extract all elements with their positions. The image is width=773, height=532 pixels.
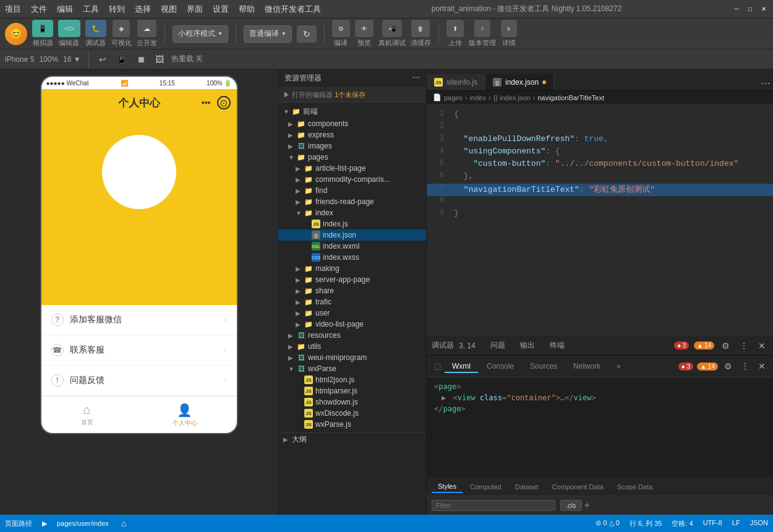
open-editors-label[interactable]: ▶ 打开的编辑器 1个未保存 (283, 91, 365, 98)
real-machine-button[interactable]: 📲 (382, 20, 402, 37)
debugger-button[interactable]: 🐛 (85, 20, 106, 37)
debug-settings-button[interactable]: ⚙ (719, 340, 732, 352)
tree-item-images[interactable]: ▶ 🖼 images (278, 140, 426, 152)
phone-menu-item-feedback[interactable]: ! 问题反馈 › (41, 366, 237, 396)
tab-siteinfo-js[interactable]: JS siteinfo.js (427, 74, 485, 90)
compile-button[interactable]: ⚙ (332, 20, 350, 37)
debugger-back-button[interactable]: ⬚ (432, 361, 443, 372)
tree-item-outline[interactable]: ▶ 大纲 (278, 432, 426, 446)
tree-item-article-list[interactable]: ▶ 📁 article-list-page (278, 163, 426, 174)
menu-item-view[interactable]: 视图 (161, 4, 177, 15)
styles-filter-input[interactable] (432, 500, 555, 511)
clear-cache-button[interactable]: 🗑 (411, 20, 430, 37)
debug-tab-sources[interactable]: Sources (523, 359, 565, 373)
minimize-button[interactable]: ─ (732, 5, 741, 14)
editor-more-button[interactable]: ⋯ (758, 76, 773, 90)
details-button[interactable]: ≡ (501, 20, 517, 37)
cloud-button[interactable]: ☁ (137, 20, 156, 37)
tree-item-making[interactable]: ▶ 📁 making (278, 263, 426, 274)
debug-tab-terminal[interactable]: 终端 (542, 338, 572, 353)
visualize-button[interactable]: ◈ (113, 20, 130, 37)
inner-settings-button[interactable]: ⚙ (722, 360, 735, 372)
tree-item-html2json[interactable]: JS html2json.js (278, 374, 426, 385)
phone-button[interactable]: 📱 (114, 53, 129, 66)
tree-item-index[interactable]: ▼ 📁 index (278, 207, 426, 218)
tree-item-resources[interactable]: ▶ 🖼 resources (278, 330, 426, 341)
debug-tab-console[interactable]: Console (479, 359, 521, 373)
debug-more-button[interactable]: ⋮ (737, 340, 751, 352)
phone-tab-profile[interactable]: 👤 个人中心 (173, 403, 197, 427)
filetree-menu-icon[interactable]: ⋯ (412, 73, 420, 84)
menu-item-interface[interactable]: 界面 (187, 4, 203, 15)
tree-item-user[interactable]: ▶ 📁 user (278, 307, 426, 319)
menu-item-project[interactable]: 项目 (5, 4, 21, 15)
version-button[interactable]: ⑂ (474, 20, 490, 37)
simulator-button[interactable]: 📱 (32, 20, 53, 37)
code-editor[interactable]: 1 { 2 3 "enablePullDownRefresh": true, 4… (427, 105, 773, 335)
tree-item-showdown[interactable]: JS showdown.js (278, 397, 426, 408)
debug-tab-wxml[interactable]: Wxml (445, 359, 478, 373)
tree-item-pages[interactable]: ▼ 📁 pages (278, 152, 426, 163)
stop-button[interactable]: ⏹ (134, 53, 148, 66)
menu-item-wechat[interactable]: 微信开发者工具 (265, 4, 321, 15)
tree-item-index-wxss[interactable]: CSS index.wxss (278, 252, 426, 263)
styles-tab-styles[interactable]: Styles (432, 481, 463, 493)
tree-item-wxdiscode[interactable]: JS wxDiscode.js (278, 408, 426, 419)
styles-tab-scope-data[interactable]: Scope Data (611, 481, 659, 492)
menu-item-tools[interactable]: 工具 (83, 4, 99, 15)
html-line-view[interactable]: ▶ <view class="container">…</view> (434, 392, 766, 403)
tree-item-components[interactable]: ▶ 📁 components (278, 118, 426, 129)
debug-tab-output[interactable]: 输出 (513, 338, 542, 353)
rotate-button[interactable]: ↩ (96, 53, 109, 66)
inner-close-button[interactable]: ✕ (756, 360, 768, 372)
menu-item-edit[interactable]: 编辑 (57, 4, 73, 15)
tree-item-root[interactable]: ▼ 📁 前端 (278, 105, 426, 118)
tree-item-index-wxml[interactable]: XML index.wxml (278, 241, 426, 252)
compile-dropdown[interactable]: 普通编译 ▼ (244, 25, 292, 43)
styles-tab-component-data[interactable]: Component Data (546, 481, 610, 492)
tree-item-trafic[interactable]: ▶ 📁 trafic (278, 296, 426, 307)
mode-dropdown[interactable]: 小程序模式 ▼ (173, 25, 228, 43)
debug-tab-network[interactable]: Network (566, 359, 608, 373)
tree-item-express[interactable]: ▶ 📁 express (278, 129, 426, 140)
tree-item-friends[interactable]: ▶ 📁 friends-read-page (278, 196, 426, 207)
upload-button[interactable]: ⬆ (446, 20, 464, 37)
debug-close-button[interactable]: ✕ (756, 340, 768, 352)
tree-item-index-json[interactable]: {} index.json (278, 230, 426, 241)
cls-button[interactable]: .cls (560, 500, 582, 511)
tree-item-find[interactable]: ▶ 📁 find (278, 185, 426, 196)
styles-tab-computed[interactable]: Computed (464, 481, 508, 492)
tree-item-utils[interactable]: ▶ 📁 utils (278, 341, 426, 352)
tree-item-video[interactable]: ▶ 📁 video-list-page (278, 319, 426, 330)
maximize-button[interactable]: □ (746, 5, 754, 14)
phone-tab-home[interactable]: ⌂ 首页 (81, 403, 93, 427)
tree-item-htmlparser[interactable]: JS htmlparser.js (278, 385, 426, 397)
tree-item-wxparse[interactable]: ▼ 🖼 wxParse (278, 363, 426, 374)
menu-item-help[interactable]: 帮助 (239, 4, 255, 15)
tree-item-index-js[interactable]: JS index.js (278, 218, 426, 230)
menu-item-file[interactable]: 文件 (31, 4, 47, 15)
tree-item-share[interactable]: ▶ 📁 share (278, 285, 426, 296)
phone-menu-item-contact[interactable]: ☎ 联系客服 › (41, 335, 237, 366)
menu-item-goto[interactable]: 转到 (109, 4, 125, 15)
debug-tab-more[interactable]: » (609, 359, 628, 373)
close-button[interactable]: ✕ (759, 5, 768, 14)
editor-button[interactable]: </> (58, 20, 80, 37)
screenshot-button[interactable]: 🖼 (153, 53, 166, 66)
inner-more-button[interactable]: ⋮ (738, 360, 752, 372)
hotreload-label[interactable]: 热重载 关 (171, 54, 203, 64)
preview-button[interactable]: 👁 (355, 20, 374, 37)
styles-tab-dataset[interactable]: Dataset (509, 481, 545, 492)
menu-item-select[interactable]: 选择 (135, 4, 151, 15)
add-style-button[interactable]: + (584, 500, 590, 511)
tab-index-json[interactable]: {} index.json (485, 74, 554, 90)
status-home-button[interactable]: ⌂ (119, 517, 129, 530)
menu-item-settings[interactable]: 设置 (213, 4, 229, 15)
phone-menu-item-kefu[interactable]: ? 添加客服微信 › (41, 305, 237, 335)
tree-item-server[interactable]: ▶ 📁 server-app-page (278, 274, 426, 285)
tree-item-weui[interactable]: ▶ 🖼 weui-miniprogram (278, 352, 426, 363)
debug-tab-issues[interactable]: 问题 (483, 338, 513, 353)
tree-item-wxparse-js[interactable]: JS wxParse.js (278, 419, 426, 430)
tree-item-commodity[interactable]: ▶ 📁 commodity-comparis... (278, 174, 426, 185)
refresh-button[interactable]: ↻ (297, 25, 317, 43)
